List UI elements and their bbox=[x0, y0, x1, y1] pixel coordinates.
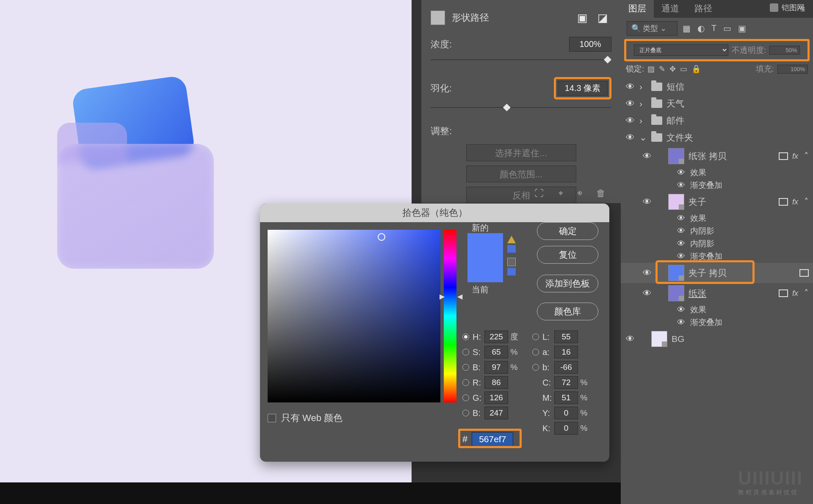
layer-thumbnail bbox=[668, 148, 684, 164]
effect-item[interactable]: 👁效果 bbox=[621, 303, 813, 316]
shape-layer[interactable]: 👁BG bbox=[621, 329, 813, 349]
b-rgb-input[interactable] bbox=[484, 407, 508, 419]
g-input[interactable] bbox=[484, 391, 508, 404]
fx-collapse-icon[interactable]: ˄ bbox=[804, 288, 809, 298]
mask-actions-icons[interactable]: ⛶ ◈ ◉ 🗑 bbox=[534, 188, 611, 199]
radio-b2[interactable] bbox=[532, 364, 539, 371]
web-only-checkbox[interactable] bbox=[268, 414, 276, 422]
adjust-label: 调整: bbox=[431, 125, 611, 138]
select-and-mask-button[interactable]: 选择并遮住... bbox=[466, 144, 576, 161]
feather-input[interactable] bbox=[558, 81, 608, 96]
lock-icons[interactable]: ▨✎✥▭🔒 bbox=[647, 64, 701, 74]
radio-a[interactable] bbox=[532, 349, 539, 355]
ok-button[interactable]: 确定 bbox=[537, 222, 598, 240]
fill-input[interactable] bbox=[777, 65, 808, 74]
saturation-value-field[interactable] bbox=[268, 230, 440, 402]
a-input[interactable] bbox=[554, 346, 578, 358]
expand-icon[interactable]: › bbox=[639, 116, 647, 126]
expand-icon[interactable]: › bbox=[639, 99, 647, 109]
sv-cursor[interactable] bbox=[378, 233, 385, 241]
websafe-warning-swatch[interactable] bbox=[507, 268, 516, 275]
dialog-title[interactable]: 拾色器（纯色） bbox=[260, 204, 609, 222]
tab-paths[interactable]: 路径 bbox=[687, 0, 720, 18]
gamut-warning-swatch[interactable] bbox=[507, 245, 516, 253]
effect-item[interactable]: 👁效果 bbox=[621, 166, 813, 179]
radio-g[interactable] bbox=[462, 394, 469, 401]
layer-group[interactable]: 👁⌄文件夹 bbox=[621, 129, 813, 146]
filter-smart-icon: ▣ bbox=[738, 23, 746, 33]
feather-slider[interactable] bbox=[431, 104, 611, 111]
density-input[interactable] bbox=[569, 37, 611, 52]
color-library-button[interactable]: 颜色库 bbox=[537, 303, 598, 320]
layer-group[interactable]: 👁›短信 bbox=[621, 78, 813, 95]
radio-l[interactable] bbox=[532, 333, 539, 340]
s-input[interactable] bbox=[484, 346, 508, 358]
filter-type-select[interactable]: 🔍 类型 ⌄ bbox=[627, 21, 678, 36]
c-input[interactable] bbox=[554, 376, 578, 389]
fx-badge[interactable]: fx bbox=[792, 152, 798, 161]
link-icon[interactable] bbox=[779, 152, 788, 160]
mask-thumbnail[interactable] bbox=[431, 11, 445, 25]
b-lab-input[interactable] bbox=[554, 361, 578, 374]
effect-item[interactable]: 👁渐变叠加 bbox=[621, 316, 813, 329]
shape-layer[interactable]: 👁纸张 拷贝fx˄ bbox=[621, 146, 813, 166]
color-range-button[interactable]: 颜色范围... bbox=[466, 165, 576, 182]
effect-item[interactable]: 👁效果 bbox=[621, 212, 813, 225]
effect-item[interactable]: 👁渐变叠加 bbox=[621, 179, 813, 192]
layer-group[interactable]: 👁›天气 bbox=[621, 95, 813, 112]
radio-h[interactable] bbox=[462, 333, 469, 340]
y-input[interactable] bbox=[554, 407, 578, 419]
visibility-icon[interactable]: 👁 bbox=[625, 116, 635, 126]
l-input[interactable] bbox=[554, 330, 578, 343]
shape-layer[interactable]: 👁夹子fx˄ bbox=[621, 192, 813, 212]
fx-badge[interactable]: fx bbox=[792, 198, 798, 207]
shape-layer[interactable]: 👁纸张fx˄ bbox=[621, 283, 813, 303]
radio-s[interactable] bbox=[462, 349, 469, 355]
current-color-swatch[interactable] bbox=[467, 258, 503, 282]
m-input[interactable] bbox=[554, 391, 578, 404]
filter-icons[interactable]: ▦◐T▭▣ bbox=[683, 23, 746, 33]
hue-slider[interactable] bbox=[444, 230, 456, 402]
tab-layers[interactable]: 图层 bbox=[621, 0, 654, 18]
collapse-icon[interactable]: ⌄ bbox=[639, 132, 647, 143]
gamut-warning-icon[interactable] bbox=[507, 236, 516, 243]
shape-layer-selected[interactable]: 👁夹子 拷贝 bbox=[621, 263, 813, 283]
visibility-icon[interactable]: 👁 bbox=[642, 288, 652, 298]
radio-r[interactable] bbox=[462, 379, 469, 386]
layer-thumbnail bbox=[668, 194, 684, 210]
opacity-input[interactable] bbox=[769, 46, 800, 55]
reset-button[interactable]: 复位 bbox=[537, 246, 598, 264]
visibility-icon[interactable]: 👁 bbox=[625, 334, 635, 344]
effect-item[interactable]: 👁内阴影 bbox=[621, 225, 813, 237]
blend-mode-select[interactable]: 正片叠底 bbox=[634, 44, 728, 56]
expand-icon[interactable]: › bbox=[639, 82, 647, 92]
effect-item[interactable]: 👁渐变叠加 bbox=[621, 250, 813, 263]
effect-item[interactable]: 👁内阴影 bbox=[621, 237, 813, 250]
visibility-icon[interactable]: 👁 bbox=[642, 197, 652, 207]
r-input[interactable] bbox=[484, 376, 508, 389]
link-icon[interactable] bbox=[779, 198, 788, 206]
density-slider[interactable] bbox=[431, 56, 611, 63]
visibility-icon[interactable]: 👁 bbox=[625, 132, 635, 143]
k-input[interactable] bbox=[554, 422, 578, 435]
h-input[interactable] bbox=[484, 330, 508, 343]
link-icon[interactable] bbox=[779, 289, 788, 297]
current-color-label: 当前 bbox=[472, 284, 489, 295]
fx-collapse-icon[interactable]: ˄ bbox=[804, 151, 809, 161]
add-to-swatch-button[interactable]: 添加到色板 bbox=[537, 275, 598, 292]
fx-badge[interactable]: fx bbox=[792, 289, 798, 298]
link-icon[interactable] bbox=[799, 269, 809, 277]
properties-title: 形状路径 bbox=[452, 11, 577, 24]
visibility-icon[interactable]: 👁 bbox=[625, 99, 635, 109]
mask-mode-icons[interactable]: ▣ ◪ bbox=[577, 11, 611, 25]
visibility-icon[interactable]: 👁 bbox=[625, 82, 635, 92]
b-hsb-input[interactable] bbox=[484, 361, 508, 374]
fx-collapse-icon[interactable]: ˄ bbox=[804, 197, 809, 207]
visibility-icon[interactable]: 👁 bbox=[642, 151, 652, 161]
visibility-icon[interactable]: 👁 bbox=[642, 268, 652, 278]
tab-channels[interactable]: 通道 bbox=[654, 0, 687, 18]
websafe-warning-icon[interactable] bbox=[507, 258, 516, 266]
radio-bc[interactable] bbox=[462, 410, 469, 416]
radio-b[interactable] bbox=[462, 364, 469, 371]
layer-group[interactable]: 👁›邮件 bbox=[621, 112, 813, 129]
